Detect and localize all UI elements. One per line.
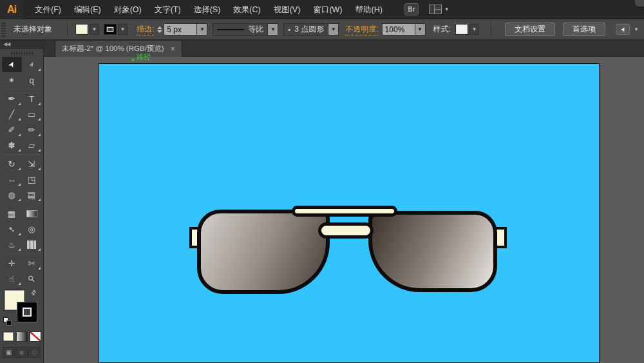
chevron-down-icon[interactable]: ▼	[415, 23, 426, 35]
brush-definition-dropdown[interactable]: • 3 点圆形	[283, 23, 328, 36]
rotate-tool[interactable]: ↻	[2, 156, 22, 172]
free-transform-tool-icon: ◳	[28, 175, 35, 184]
step-down-icon[interactable]	[157, 30, 162, 33]
default-fill-stroke-icon[interactable]	[3, 317, 12, 326]
brow-bar-shape[interactable]	[292, 206, 397, 217]
stroke-profile-dropdown[interactable]: 等比	[213, 23, 268, 36]
workspace-switcher[interactable]: ▼	[429, 5, 450, 14]
draw-behind-icon[interactable]: ◙	[15, 347, 28, 358]
controlbar-grip[interactable]	[1, 23, 6, 37]
mesh-tool[interactable]: ▦	[2, 206, 22, 221]
nose-bridge-shape[interactable]	[318, 222, 374, 239]
perspective-grid-tool[interactable]: ▤	[22, 187, 42, 202]
menu-item[interactable]: 对象(O)	[108, 0, 148, 19]
eraser-tool[interactable]: ▱	[22, 137, 42, 153]
illustrator-logo-icon[interactable]: Ai	[0, 0, 23, 19]
line-segment-tool[interactable]: ╱	[2, 106, 22, 122]
window-corner	[635, 0, 644, 6]
panel-grip[interactable]	[11, 52, 33, 55]
blob-brush-tool[interactable]: ✽	[2, 137, 22, 153]
canvas-viewport[interactable]	[44, 57, 644, 363]
menu-item[interactable]: 文件(F)	[28, 0, 68, 19]
paintbrush-tool-icon: ✐	[8, 126, 15, 134]
pen-tool[interactable]: ✒	[2, 91, 22, 106]
close-tab-icon[interactable]: ×	[171, 44, 175, 54]
hand-tool-icon: ☝	[9, 275, 14, 283]
blend-tool[interactable]: ◎	[22, 221, 42, 237]
magic-wand-tool[interactable]: ✶	[2, 72, 22, 88]
draw-normal-icon[interactable]: ▣	[3, 347, 15, 358]
flyout-indicator-icon	[38, 103, 41, 105]
eyedropper-tool-icon: ➴	[8, 225, 15, 233]
symbol-sprayer-tool[interactable]: ♨	[2, 237, 22, 252]
panel-collapse-button[interactable]: ◀◀	[0, 40, 43, 49]
line-segment-tool-icon: ╱	[9, 110, 14, 119]
swap-fill-stroke-icon[interactable]: ⇄	[29, 288, 38, 297]
color-paint-button[interactable]	[3, 331, 14, 342]
direct-selection-tool[interactable]: ➢	[22, 57, 42, 72]
artboard-tool[interactable]: ✛	[2, 255, 22, 271]
zoom-tool[interactable]: ⚲	[22, 271, 42, 286]
pencil-tool[interactable]: ✏	[22, 122, 42, 137]
chevron-down-icon[interactable]: ▼	[268, 23, 278, 35]
bridge-icon[interactable]: Br	[404, 3, 419, 15]
menu-item[interactable]: 视图(V)	[267, 0, 307, 19]
stroke-panel-link[interactable]: 描边:	[137, 24, 154, 35]
stroke-color-control[interactable]: ▼	[104, 24, 128, 35]
opacity-panel-link[interactable]: 不透明度:	[345, 24, 378, 35]
graph-tool[interactable]	[22, 237, 42, 252]
chevron-down-icon[interactable]: ▼	[118, 24, 128, 35]
graphic-style-control[interactable]: ▼	[456, 24, 479, 35]
menu-item[interactable]: 文字(T)	[148, 0, 187, 19]
right-lens-shape[interactable]	[368, 211, 497, 292]
flyout-indicator-icon	[18, 103, 21, 105]
menu-item[interactable]: 效果(C)	[227, 0, 267, 19]
gradient-paint-button[interactable]	[16, 331, 28, 342]
stroke-color-box[interactable]	[17, 302, 37, 322]
hand-tool[interactable]: ☝	[2, 271, 22, 286]
paintbrush-tool[interactable]: ✐	[2, 122, 22, 137]
chevron-down-icon[interactable]: ▼	[469, 24, 479, 35]
opacity-input[interactable]: 100%	[382, 23, 415, 35]
selection-status: 未选择对象	[14, 24, 52, 35]
chevron-down-icon[interactable]: ▼	[90, 24, 99, 35]
flyout-indicator-icon	[18, 118, 21, 121]
chevron-down-icon[interactable]: ▼	[634, 26, 639, 32]
chevron-down-icon[interactable]: ▼	[197, 23, 207, 35]
fill-swatch-icon[interactable]	[76, 25, 88, 34]
type-tool[interactable]: T	[22, 91, 42, 106]
collapse-chevrons-icon: ◀◀	[3, 41, 10, 47]
paint-style-buttons	[0, 331, 43, 342]
menu-item[interactable]: 选择(S)	[187, 0, 227, 19]
menu-item[interactable]: 窗口(W)	[307, 0, 348, 19]
document-setup-button[interactable]: 文档设置	[505, 23, 555, 36]
stroke-swatch-icon[interactable]	[104, 25, 116, 34]
style-swatch-icon[interactable]	[456, 25, 468, 34]
direct-selection-tool-icon: ➢	[26, 60, 36, 70]
stroke-width-input[interactable]: 5 px	[164, 23, 197, 35]
draw-inside-icon[interactable]: ⊙	[28, 347, 41, 358]
slice-tool[interactable]: ✄	[22, 255, 42, 271]
stroke-width-stepper[interactable]	[157, 26, 162, 33]
menu-item[interactable]: 帮助(H)	[349, 0, 389, 19]
rectangle-tool[interactable]: ▭	[22, 106, 42, 122]
width-tool[interactable]: ↔	[2, 172, 22, 187]
menu-item[interactable]: 编辑(E)	[68, 0, 108, 19]
select-similar-icon[interactable]: ➤	[616, 24, 630, 35]
document-tab[interactable]: 未标题-2* @ 100% (RGB/预览) ×	[55, 40, 182, 57]
left-lens-shape[interactable]	[197, 210, 330, 294]
none-paint-button[interactable]	[30, 331, 41, 342]
lasso-tool[interactable]: ɋ	[22, 72, 42, 88]
free-transform-tool[interactable]: ◳	[22, 172, 42, 187]
eyedropper-tool[interactable]: ➴	[2, 221, 22, 237]
stroke-profile-line-icon	[217, 29, 244, 30]
fill-color-control[interactable]: ▼	[76, 24, 99, 35]
scale-tool[interactable]: ⇲	[22, 156, 42, 172]
preferences-button[interactable]: 首选项	[563, 23, 605, 36]
step-up-icon[interactable]	[157, 26, 162, 29]
shape-builder-tool[interactable]: ◍	[2, 187, 22, 202]
chevron-down-icon[interactable]: ▼	[328, 23, 339, 35]
stroke-profile-value: 等比	[248, 24, 263, 35]
gradient-tool[interactable]	[22, 206, 42, 221]
selection-tool[interactable]: ➤	[2, 57, 22, 72]
